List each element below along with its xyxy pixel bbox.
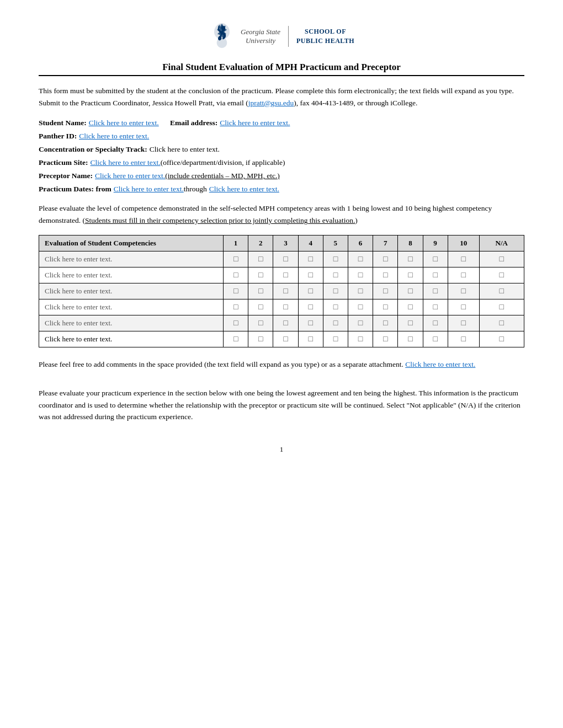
checkbox-row5-col5[interactable]: □	[323, 315, 348, 331]
checkbox-row3-col6[interactable]: □	[348, 283, 373, 299]
intro-text-2: ), fax 404-413-1489, or through iCollege…	[294, 99, 417, 107]
checkbox-row1-col5[interactable]: □	[323, 251, 348, 267]
checkbox-row3-col5[interactable]: □	[323, 283, 348, 299]
practicum-dates-through-input[interactable]: Click here to enter text.	[209, 185, 279, 194]
checkbox-row4-col4[interactable]: □	[298, 299, 323, 315]
checkbox-row4-col2[interactable]: □	[248, 299, 273, 315]
checkbox-row3-col11[interactable]: □	[479, 283, 524, 299]
checkbox-row2-col10[interactable]: □	[448, 267, 479, 283]
concentration-input[interactable]: Click here to enter text.	[150, 145, 220, 154]
checkbox-row4-col3[interactable]: □	[273, 299, 298, 315]
checkbox-row3-col7[interactable]: □	[373, 283, 398, 299]
practicum-dates-label: Practicum Dates: from	[39, 185, 111, 194]
checkbox-row5-col10[interactable]: □	[448, 315, 479, 331]
checkbox-row1-col10[interactable]: □	[448, 251, 479, 267]
checkbox-row2-col11[interactable]: □	[479, 267, 524, 283]
checkbox-row5-col11[interactable]: □	[479, 315, 524, 331]
row-label-3[interactable]: Click here to enter text.	[39, 283, 224, 299]
checkbox-row2-col9[interactable]: □	[423, 267, 448, 283]
checkbox-row6-col1[interactable]: □	[224, 331, 248, 347]
checkbox-row6-col6[interactable]: □	[348, 331, 373, 347]
checkbox-row1-col11[interactable]: □	[479, 251, 524, 267]
checkbox-row2-col2[interactable]: □	[248, 267, 273, 283]
checkbox-row4-col1[interactable]: □	[224, 299, 248, 315]
checkbox-row3-col9[interactable]: □	[423, 283, 448, 299]
checkbox-row4-col10[interactable]: □	[448, 299, 479, 315]
checkbox-row5-col4[interactable]: □	[298, 315, 323, 331]
checkbox-row5-col7[interactable]: □	[373, 315, 398, 331]
checkbox-row1-col7[interactable]: □	[373, 251, 398, 267]
checkbox-row1-col3[interactable]: □	[273, 251, 298, 267]
checkbox-row1-col4[interactable]: □	[298, 251, 323, 267]
checkbox-row6-col3[interactable]: □	[273, 331, 298, 347]
checkbox-row6-col8[interactable]: □	[398, 331, 423, 347]
row-label-2[interactable]: Click here to enter text.	[39, 267, 224, 283]
checkbox-row6-col7[interactable]: □	[373, 331, 398, 347]
comments-input[interactable]: Click here to enter text.	[405, 360, 475, 368]
checkbox-row6-col9[interactable]: □	[423, 331, 448, 347]
checkbox-row2-col3[interactable]: □	[273, 267, 298, 283]
panther-id-input[interactable]: Click here to enter text.	[79, 132, 149, 141]
email-link[interactable]: jpratt@gsu.edu	[248, 99, 294, 107]
table-row: Click here to enter text.□□□□□□□□□□□	[39, 331, 524, 347]
logo-divider-icon	[288, 26, 289, 47]
row-label-5[interactable]: Click here to enter text.	[39, 315, 224, 331]
checkbox-row2-col7[interactable]: □	[373, 267, 398, 283]
checkbox-row3-col1[interactable]: □	[224, 283, 248, 299]
checkbox-row1-col6[interactable]: □	[348, 251, 373, 267]
eval-intro-text: Please evaluate the level of competence …	[39, 202, 524, 226]
checkbox-row1-col8[interactable]: □	[398, 251, 423, 267]
col-header-4: 4	[298, 235, 323, 251]
row-label-4[interactable]: Click here to enter text.	[39, 299, 224, 315]
practicum-dates-from-input[interactable]: Click here to enter text.	[114, 185, 184, 194]
checkbox-row2-col4[interactable]: □	[298, 267, 323, 283]
checkbox-row5-col3[interactable]: □	[273, 315, 298, 331]
logo-text-group: Georgia State University SCHOOL OF PUBLI…	[241, 26, 354, 47]
checkbox-row6-col4[interactable]: □	[298, 331, 323, 347]
checkbox-row5-col8[interactable]: □	[398, 315, 423, 331]
checkbox-row3-col2[interactable]: □	[248, 283, 273, 299]
practicum-site-input[interactable]: Click here to enter text.	[91, 158, 161, 167]
checkbox-row4-col9[interactable]: □	[423, 299, 448, 315]
email-address-input[interactable]: Click here to enter text.	[220, 119, 290, 127]
student-name-input[interactable]: Click here to enter text.	[89, 119, 159, 127]
comments-section: Please feel free to add comments in the …	[39, 358, 524, 371]
checkbox-row2-col5[interactable]: □	[323, 267, 348, 283]
checkbox-row4-col5[interactable]: □	[323, 299, 348, 315]
checkbox-row3-col10[interactable]: □	[448, 283, 479, 299]
checkbox-row5-col1[interactable]: □	[224, 315, 248, 331]
checkbox-row6-col2[interactable]: □	[248, 331, 273, 347]
page-number: 1	[39, 445, 524, 454]
checkbox-row3-col3[interactable]: □	[273, 283, 298, 299]
row-label-1[interactable]: Click here to enter text.	[39, 251, 224, 267]
checkbox-row6-col10[interactable]: □	[448, 331, 479, 347]
checkbox-row1-col1[interactable]: □	[224, 251, 248, 267]
checkbox-row3-col4[interactable]: □	[298, 283, 323, 299]
row-label-6[interactable]: Click here to enter text.	[39, 331, 224, 347]
col-header-8: 8	[398, 235, 423, 251]
checkbox-row5-col2[interactable]: □	[248, 315, 273, 331]
checkbox-row1-col9[interactable]: □	[423, 251, 448, 267]
checkbox-row2-col6[interactable]: □	[348, 267, 373, 283]
checkbox-row5-col6[interactable]: □	[348, 315, 373, 331]
panther-id-row: Panther ID: Click here to enter text.	[39, 132, 524, 141]
checkbox-row5-col9[interactable]: □	[423, 315, 448, 331]
checkbox-row2-col1[interactable]: □	[224, 267, 248, 283]
preceptor-name-input[interactable]: Click here to enter text.	[95, 172, 165, 180]
page-title: Final Student Evaluation of MPH Practicu…	[39, 62, 524, 73]
competencies-table: Evaluation of Student Competencies 1 2 3…	[39, 235, 524, 347]
checkbox-row4-col6[interactable]: □	[348, 299, 373, 315]
checkbox-row4-col7[interactable]: □	[373, 299, 398, 315]
checkbox-row2-col8[interactable]: □	[398, 267, 423, 283]
checkbox-row1-col2[interactable]: □	[248, 251, 273, 267]
checkbox-row6-col5[interactable]: □	[323, 331, 348, 347]
practicum-site-label: Practicum Site:	[39, 158, 88, 167]
checkbox-row4-col8[interactable]: □	[398, 299, 423, 315]
table-row: Click here to enter text.□□□□□□□□□□□	[39, 299, 524, 315]
checkbox-row6-col11[interactable]: □	[479, 331, 524, 347]
student-name-label: Student Name:	[39, 119, 87, 127]
email-address-label: Email address:	[170, 119, 217, 127]
experience-section-text: Please evaluate your practicum experienc…	[39, 387, 524, 423]
checkbox-row3-col8[interactable]: □	[398, 283, 423, 299]
checkbox-row4-col11[interactable]: □	[479, 299, 524, 315]
